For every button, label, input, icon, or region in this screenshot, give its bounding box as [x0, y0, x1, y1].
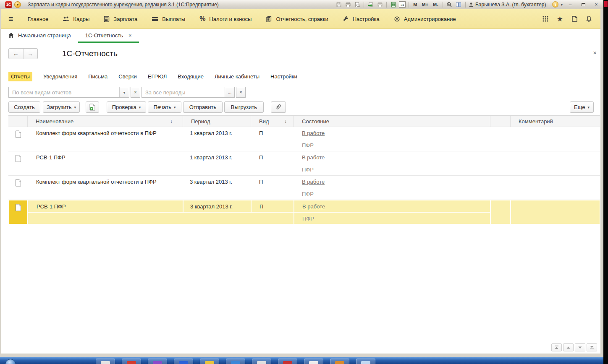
menu-item-taxes[interactable]: % Налоги и взносы: [199, 15, 252, 23]
taskbar-app-icon[interactable]: [330, 359, 349, 364]
print-document-icon[interactable]: [376, 1, 383, 8]
period-input[interactable]: [142, 87, 225, 97]
attachments-button[interactable]: [271, 101, 286, 113]
scroll-up-button[interactable]: [563, 343, 574, 351]
menu-item-payments[interactable]: Выплаты: [152, 16, 185, 22]
report-kind-filter: ▾: [8, 87, 129, 98]
hamburger-menu-icon[interactable]: ≡: [8, 15, 13, 23]
forward-button[interactable]: →: [23, 49, 38, 59]
chevron-down-icon[interactable]: ▾: [561, 3, 563, 7]
column-period[interactable]: Период: [183, 116, 251, 127]
calculator-icon[interactable]: [390, 1, 397, 8]
paperclip-icon: [275, 104, 282, 111]
table-row-selected[interactable]: РСВ-1 ПФР 3 квартал 2013 г. П В работе П…: [8, 200, 600, 224]
taskbar[interactable]: [0, 357, 603, 364]
taskbar-app-icon[interactable]: [356, 359, 375, 364]
notifications-bell-icon[interactable]: [586, 16, 592, 22]
subtab-reconciliations[interactable]: Сверки: [118, 73, 137, 80]
close-window-button[interactable]: ×: [591, 1, 602, 8]
start-orb-icon[interactable]: [5, 359, 16, 364]
close-tab-icon[interactable]: ×: [128, 32, 132, 39]
document-icon: [15, 204, 21, 211]
edge-red-badge: [604, 1, 608, 7]
print-button[interactable]: Печать▾: [148, 101, 181, 113]
report-name: РСВ-1 ПФР: [28, 200, 183, 212]
column-icon[interactable]: [8, 116, 28, 127]
print-icon[interactable]: [344, 1, 351, 8]
zoom-icon[interactable]: [446, 1, 453, 8]
subtab-reports[interactable]: Отчеты: [8, 72, 32, 81]
minimize-button[interactable]: –: [565, 1, 576, 8]
report-kind-input[interactable]: [9, 87, 119, 97]
page-title: 1С-Отчетность: [62, 49, 118, 58]
tab-home[interactable]: Начальная страница: [1, 29, 78, 43]
taskbar-app-icon[interactable]: [226, 359, 245, 364]
column-name[interactable]: Наименование↓: [28, 116, 183, 127]
subtab-egrul[interactable]: ЕГРЮЛ: [148, 73, 167, 80]
history-icon[interactable]: [571, 16, 578, 22]
menu-item-main[interactable]: Главное: [28, 16, 49, 22]
scroll-top-button[interactable]: [551, 343, 562, 351]
taskbar-app-icon[interactable]: [278, 359, 297, 364]
card-icon: [152, 16, 158, 22]
calendar-icon[interactable]: 31: [399, 1, 406, 8]
tab-1c-reporting[interactable]: 1С-Отчетность ×: [78, 29, 139, 43]
system-menu-button[interactable]: ▾: [14, 1, 21, 8]
split-view-icon[interactable]: [455, 1, 462, 8]
check-button[interactable]: Проверка▾: [107, 101, 146, 113]
send-button[interactable]: Отправить: [183, 101, 223, 113]
new-from-file-button[interactable]: [86, 101, 99, 113]
menu-item-settings[interactable]: Настройка: [343, 16, 380, 22]
scale-m-button[interactable]: M: [412, 2, 418, 7]
table-row[interactable]: Комплект форм квартальной отчетности в П…: [8, 176, 600, 200]
subtab-settings[interactable]: Настройки: [270, 73, 297, 80]
save-icon[interactable]: [335, 1, 342, 8]
menu-item-salary[interactable]: Зарплата: [104, 16, 137, 22]
chevron-down-icon[interactable]: ▾: [119, 87, 129, 97]
load-button[interactable]: Загрузить▾: [43, 101, 80, 113]
scroll-down-button[interactable]: [575, 343, 585, 351]
more-button[interactable]: Еще▾: [570, 101, 594, 113]
taskbar-app-icon[interactable]: [122, 359, 141, 364]
clear-kind-filter-button[interactable]: ×: [131, 87, 140, 98]
menu-item-hr[interactable]: Кадры: [63, 16, 89, 22]
current-user[interactable]: Барышева З.А. (гл. бухгалтер): [469, 2, 546, 8]
column-status[interactable]: Состояние: [294, 116, 490, 127]
percent-icon: %: [199, 15, 205, 23]
taskbar-app-icon[interactable]: [304, 359, 323, 364]
subtab-notifications[interactable]: Уведомления: [43, 73, 77, 80]
column-kind[interactable]: Вид↓: [251, 116, 294, 127]
export-button[interactable]: Выгрузить: [224, 101, 264, 113]
taskbar-app-icon[interactable]: [252, 359, 271, 364]
table-row[interactable]: Комплект форм квартальной отчетности в П…: [8, 127, 600, 151]
open-windows-bar: Начальная страница 1С-Отчетность ×: [1, 29, 600, 43]
subtab-personal-accounts[interactable]: Личные кабинеты: [215, 73, 259, 80]
info-button[interactable]: i: [552, 1, 558, 8]
menu-item-reporting[interactable]: Отчетность, справки: [266, 16, 328, 22]
report-period: 3 квартал 2013 г.: [183, 200, 251, 212]
ellipsis-icon[interactable]: ...: [225, 87, 234, 97]
taskbar-app-icon[interactable]: [96, 359, 115, 364]
send-file-icon[interactable]: [367, 1, 374, 8]
scale-m-plus-button[interactable]: M+: [421, 2, 430, 7]
chevron-down-icon: ▾: [139, 105, 141, 109]
service-grid-icon[interactable]: [542, 16, 549, 22]
restore-button[interactable]: [578, 1, 589, 8]
scroll-bottom-button[interactable]: [587, 343, 597, 351]
scale-m-minus-button[interactable]: M-: [432, 2, 440, 7]
report-agency: ПФР: [294, 188, 490, 200]
taskbar-app-icon[interactable]: [174, 359, 193, 364]
create-button[interactable]: Создать: [8, 101, 40, 113]
taskbar-app-icon[interactable]: [148, 359, 167, 364]
back-button[interactable]: ←: [9, 49, 23, 59]
subtab-letters[interactable]: Письма: [88, 73, 107, 80]
menu-item-administration[interactable]: Администрирование: [394, 16, 456, 22]
table-row[interactable]: РСВ-1 ПФР 1 квартал 2013 г. П В работе П…: [8, 151, 600, 176]
print-preview-icon[interactable]: [354, 1, 361, 8]
column-comment[interactable]: Комментарий: [511, 116, 600, 127]
close-page-icon[interactable]: ×: [593, 49, 597, 56]
taskbar-app-icon[interactable]: [200, 359, 219, 364]
favorites-star-icon[interactable]: ★: [557, 16, 563, 23]
clear-period-filter-button[interactable]: ×: [236, 87, 246, 98]
subtab-incoming[interactable]: Входящие: [178, 73, 204, 80]
